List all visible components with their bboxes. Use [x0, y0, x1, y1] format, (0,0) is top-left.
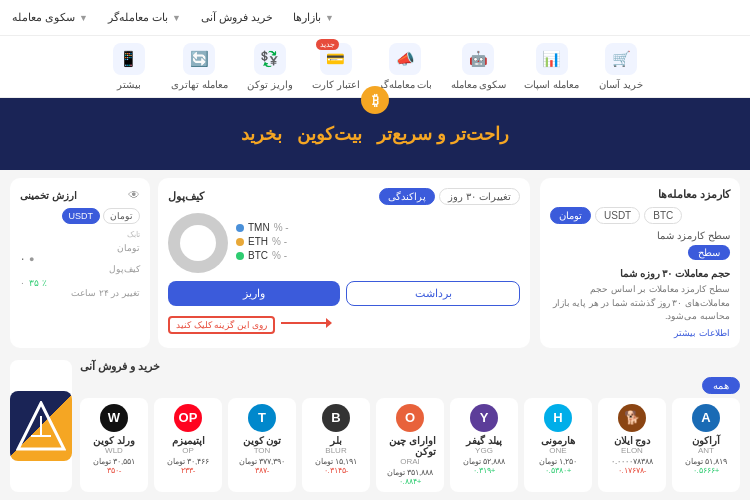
list-item[interactable]: Y پیلد گیفر YGG ۵۲,۸۸۸ تومان +۰.۳۱۹ [450, 398, 518, 492]
wallet-tab-distribution[interactable]: پراکندگی [379, 188, 435, 205]
nav-platform-icon[interactable]: 🤖 سکوی معامله [451, 43, 507, 90]
wallet-card: تغییرات ۳۰ روز پراکندگی کیف‌پول - % TMN … [158, 178, 530, 348]
harmony-price: ۱,۲۵۰ تومان [539, 457, 577, 466]
instant-buy-logo[interactable] [10, 360, 72, 492]
list-item[interactable]: W ورلد کوین WLD ۳۰,۵۵۱ تومان -۳۵۰ [80, 398, 148, 492]
value-date: تابک [20, 230, 140, 239]
elon-price: ۰.۰۰۰۰۷۸۳۸۸ [611, 457, 653, 466]
op-icon: OP [174, 404, 202, 432]
legend-tmn: - % TMN [236, 222, 520, 233]
harmony-name: هارمونی [541, 435, 575, 446]
nav-more[interactable]: 📱 بیشتر [105, 43, 153, 90]
orai-icon: O [396, 404, 424, 432]
platform-icon: 🤖 [462, 43, 494, 75]
value-tab-toman[interactable]: تومان [103, 208, 140, 224]
wallet-value: ۰ [20, 253, 25, 264]
nav-instant-buy[interactable]: خرید فروش آنی [201, 11, 273, 24]
elon-change: -۰.۱۷۶۷۸ [618, 466, 647, 475]
elon-name: دوج ایلان [614, 435, 651, 446]
list-item[interactable]: A آراکون ANT ۵۱,۸۱۹ تومان +۰.۵۶۶۶ [672, 398, 740, 492]
fee-tabs: BTC USDT تومان [550, 207, 730, 224]
brand-logo [10, 391, 72, 461]
hero-post: بخرید [241, 124, 282, 144]
list-item[interactable]: H هارمونی ONE ۱,۲۵۰ تومان +۰.۵۳۸۰ [524, 398, 592, 492]
fee-more-link[interactable]: اطلاعات بیشتر [550, 328, 730, 338]
eth-label: ETH [248, 236, 268, 247]
nav-bazarha[interactable]: ▼ بازارها [293, 11, 334, 24]
spot-icon: 📊 [536, 43, 568, 75]
change-value: ۰ [20, 278, 25, 288]
new-badge: جدید [316, 39, 339, 50]
value-date-row: تابک [20, 230, 140, 239]
withdraw-button[interactable]: برداشت [346, 281, 520, 306]
change-row: ٪ ۳۵ ۰ تغییر در ۲۴ ساعت [20, 278, 140, 298]
nav-platform[interactable]: ▼ سکوی معامله [12, 11, 88, 24]
tmn-dot [236, 224, 244, 232]
action-buttons: برداشت واریز [168, 281, 520, 306]
deposit-icon: 💱 [254, 43, 286, 75]
blur-price: ۱۵,۱۹۱ تومان [315, 457, 357, 466]
portfolio-chart: - % TMN - % ETH - % BTC [168, 213, 520, 273]
ton-price: ۳۷۷,۳۹۰ تومان [239, 457, 285, 466]
orai-price: ۳۵۱,۸۸۸ تومان [387, 468, 433, 477]
nav-credit[interactable]: 💳 جدید اعتبار کارت [312, 43, 360, 90]
wallet-label: کیف‌پول [20, 264, 140, 274]
nav-bot-icon[interactable]: 📣 بات معامله‌گر [378, 43, 433, 90]
fee-tab-toman[interactable]: تومان [550, 207, 591, 224]
btc-pct: - % [272, 250, 292, 261]
hero-text: راحت‌تر و سریع‌تر بیت‌کوین بخرید [241, 123, 509, 145]
nav-spot[interactable]: 📊 معامله اسپات [524, 43, 579, 90]
wallet-value-label: تومان [20, 243, 140, 253]
nav-buy-easy[interactable]: 🛒 خرید آسان [597, 43, 645, 90]
buy-icon: 🛒 [605, 43, 637, 75]
aragon-symbol: ANT [698, 446, 714, 455]
list-item[interactable]: OP اپتیمیزم OP ۳۰,۴۶۶ تومان -۲۳۳ [154, 398, 222, 492]
nav-instant-label: خرید فروش آنی [201, 11, 273, 24]
filter-row: همه [80, 377, 740, 394]
nav-barter[interactable]: 🔄 معامله تهاتری [171, 43, 228, 90]
value-tab-usdt[interactable]: USDT [62, 208, 101, 224]
bitcoin-icon: ₿ [361, 86, 389, 114]
filter-all[interactable]: همه [702, 377, 740, 394]
deposit-button[interactable]: واریز [168, 281, 340, 306]
ygg-change: +۰.۳۱۹ [473, 466, 496, 475]
blur-symbol: BLUR [325, 446, 346, 455]
fee-tab-btc[interactable]: BTC [644, 207, 682, 224]
harmony-change: +۰.۵۳۸۰ [545, 466, 572, 475]
ygg-symbol: YGG [475, 446, 493, 455]
list-item[interactable]: 🐕 دوج ایلان ELON ۰.۰۰۰۰۷۸۳۸۸ -۰.۱۷۶۷۸ [598, 398, 666, 492]
value-tabs: تومان USDT [20, 208, 140, 224]
list-item[interactable]: T تون کوین TON ۳۷۷,۳۹۰ تومان -۳۸۷ [228, 398, 296, 492]
fee-volume-title: حجم معاملات ۳۰ روزه شما [550, 268, 730, 279]
list-item[interactable]: B بلر BLUR ۱۵,۱۹۱ تومان -۰.۳۱۴۵ [302, 398, 370, 492]
eth-dot [236, 238, 244, 246]
wallet-value-row: تومان ● ۰ کیف‌پول [20, 243, 140, 274]
ygg-icon: Y [470, 404, 498, 432]
wld-symbol: WLD [105, 446, 123, 455]
fee-tab-usdt[interactable]: USDT [595, 207, 640, 224]
nav-credit-label: اعتبار کارت [312, 79, 360, 90]
eye-icon[interactable]: 👁 [128, 188, 140, 202]
wld-price: ۳۰,۵۵۱ تومان [93, 457, 135, 466]
nav-deposit-token[interactable]: 💱 واریز توکن [246, 43, 294, 90]
fee-level-label: سطح کارمزد شما [550, 230, 730, 241]
blur-change: -۰.۳۱۴۵ [324, 466, 349, 475]
ygg-name: پیلد گیفر [466, 435, 502, 446]
ton-symbol: TON [254, 446, 271, 455]
wallet-tab-changes[interactable]: تغییرات ۳۰ روز [439, 188, 520, 205]
arrow-head [326, 318, 337, 328]
donut-inner [180, 225, 216, 261]
nav-deposit-label: واریز توکن [247, 79, 293, 90]
wallet-tabs: تغییرات ۳۰ روز پراکندگی [379, 188, 520, 205]
wallet-header: تغییرات ۳۰ روز پراکندگی کیف‌پول [168, 188, 520, 205]
wallet-currency: ● [29, 254, 34, 264]
nav-bot[interactable]: ▼ بات معامله‌گر [108, 11, 181, 24]
ton-icon: T [248, 404, 276, 432]
nav-platform-icon-label: سکوی معامله [451, 79, 507, 90]
fee-card-title: کارمزد معامله‌ها [550, 188, 730, 201]
value-card: 👁 ارزش تخمینی تومان USDT تابک تومان ● ۰ … [10, 178, 150, 348]
change-label: تغییر در ۲۴ ساعت [20, 288, 140, 298]
list-item[interactable]: O اوارای چین توکن ORAI ۳۵۱,۸۸۸ تومان +۰.… [376, 398, 444, 492]
ton-change: -۳۸۷ [255, 466, 270, 475]
nav-barter-label: معامله تهاتری [171, 79, 228, 90]
